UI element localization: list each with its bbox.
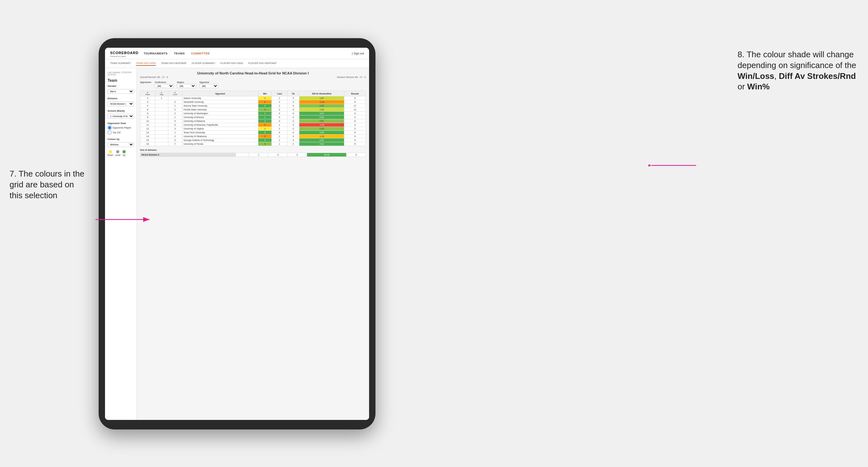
- cell-win: 3: [258, 119, 271, 123]
- school-select[interactable]: 1. University of Nort...: [107, 114, 134, 119]
- cell-diff: 9.00: [299, 116, 344, 119]
- radio-opponents-played[interactable]: Opponents Played: [107, 126, 134, 130]
- subnav-team-h2h-heatmap[interactable]: TEAM H2H HEATMAP: [161, 61, 187, 66]
- gender-select[interactable]: Men's: [107, 89, 134, 94]
- out-div-spacer: [236, 153, 249, 157]
- legend-dot-level: [116, 150, 119, 153]
- radio-top100[interactable]: Top 100: [107, 130, 134, 134]
- cell-tie: 0: [287, 100, 299, 104]
- opponents-filter-label: Opponents:: [140, 81, 151, 83]
- subnav-player-h2h-grid[interactable]: PLAYER H2H GRID: [220, 61, 243, 66]
- cell-rank: 14: [140, 134, 155, 138]
- cell-opponent: Auburn University: [182, 96, 258, 100]
- colour-by-select[interactable]: Win/loss: [107, 142, 134, 147]
- cell-rounds: 9: [344, 138, 366, 142]
- out-div-rounds: 3: [346, 153, 366, 157]
- out-div-loss: 0: [268, 153, 288, 157]
- legend-label-level: Level: [115, 154, 121, 156]
- school-label: School (Rank): [107, 110, 134, 112]
- cell-conf: [168, 96, 182, 100]
- cell-win: 0: [258, 100, 271, 104]
- opponent-select[interactable]: (All): [199, 84, 218, 88]
- cell-conf: 6: [168, 123, 182, 127]
- cell-rounds: 9: [344, 134, 366, 138]
- cell-conf: 1: [168, 104, 182, 108]
- tablet-screen: SCOREBOARD Powered by clippd TOURNAMENTS…: [105, 48, 369, 420]
- legend-row: Down Level Up: [107, 150, 134, 156]
- cell-loss: 0: [272, 131, 287, 134]
- cell-rank: 9: [140, 116, 155, 119]
- nav-teams[interactable]: TEAMS: [174, 52, 185, 55]
- cell-conf: 7: [168, 142, 182, 146]
- subnav-player-summary[interactable]: PLAYER SUMMARY: [192, 61, 215, 66]
- subnav-player-h2h-heatmap[interactable]: PLAYER H2H HEATMAP: [248, 61, 277, 66]
- table-row: 16 7 University of Florida 3 1 0 4.62 9: [140, 142, 366, 146]
- sign-out[interactable]: | Sign out: [352, 52, 364, 55]
- cell-loss: 1: [272, 96, 287, 100]
- nav-committee[interactable]: COMMITTEE: [191, 52, 210, 55]
- cell-rank: 12: [140, 127, 155, 131]
- table-row: 3 2 Vanderbilt University 0 4 0 -2.29 8: [140, 100, 366, 104]
- sidebar: Last Updated: 27/03/2024 16:55:38 Team G…: [105, 68, 137, 420]
- cell-rounds: 12: [344, 108, 366, 112]
- colour-by-section: Colour by Win/loss: [107, 138, 134, 147]
- filter-opponent: Opponent (All): [199, 81, 218, 88]
- logo-text: SCOREBOARD: [110, 51, 138, 55]
- cell-reg: [155, 108, 168, 112]
- cell-opponent: University of Oklahoma: [182, 134, 258, 138]
- cell-rounds: 9: [344, 96, 366, 100]
- col-rank: #Rank: [140, 91, 155, 96]
- cell-tie: 0: [287, 127, 299, 131]
- sidebar-division-section: Division NCAA Division I: [107, 97, 134, 106]
- subnav-team-summary[interactable]: TEAM SUMMARY: [110, 61, 131, 66]
- cell-reg: [155, 119, 168, 123]
- region-select[interactable]: (All): [177, 84, 196, 88]
- out-div-tie: 0: [288, 153, 307, 157]
- table-row: 11 6 University of Arkansas, Fayettevill…: [140, 123, 366, 127]
- cell-conf: 2: [168, 108, 182, 112]
- cell-diff: -1.00: [299, 134, 344, 138]
- cell-opponent: University of Alabama: [182, 119, 258, 123]
- h2h-grid-table: #Rank #Reg #Conf Opponent Win Loss Tie D…: [140, 91, 366, 146]
- table-row: 6 2 Florida State University 4 2 0 1.83 …: [140, 108, 366, 112]
- cell-reg: [155, 131, 168, 134]
- cell-rounds: 17: [344, 104, 366, 108]
- app-header: SCOREBOARD Powered by clippd TOURNAMENTS…: [105, 48, 369, 59]
- conference-select[interactable]: (All): [155, 84, 174, 88]
- cell-reg: [155, 116, 168, 119]
- nav-tournaments[interactable]: TOURNAMENTS: [144, 52, 167, 55]
- cell-opponent: Florida State University: [182, 108, 258, 112]
- cell-win: 2: [258, 96, 271, 100]
- cell-win: 3: [258, 142, 271, 146]
- division-select[interactable]: NCAA Division I: [107, 101, 134, 106]
- gender-label: Gender: [107, 85, 134, 88]
- cell-loss: 1: [272, 104, 287, 108]
- table-row: 2 1 Auburn University 2 1 0 1.67 9: [140, 96, 366, 100]
- cell-conf: 2: [168, 134, 182, 138]
- cell-loss: 0: [272, 119, 287, 123]
- out-division-label: Out of division: [140, 149, 366, 151]
- col-win: Win: [258, 91, 271, 96]
- cell-rank: 10: [140, 119, 155, 123]
- table-row: 10 5 University of Alabama 3 0 0 2.61 8: [140, 119, 366, 123]
- region-label: Region: [177, 81, 196, 83]
- cell-win: 0: [258, 134, 271, 138]
- cell-rounds: 8: [344, 119, 366, 123]
- col-tie: Tie: [287, 91, 299, 96]
- cell-reg: [155, 100, 168, 104]
- col-conf: #Conf: [168, 91, 182, 96]
- division-label: Division: [107, 97, 134, 100]
- opponent-filter-label: Opponent: [199, 81, 218, 83]
- cell-rank: 2: [140, 96, 155, 100]
- cell-conf: 3: [168, 127, 182, 131]
- legend-label-up: Up: [123, 154, 125, 156]
- cell-opponent: Texas Tech University: [182, 131, 258, 134]
- subnav-team-h2h-grid[interactable]: TEAM H2H GRID: [136, 61, 156, 66]
- cell-loss: 4: [272, 100, 287, 104]
- cell-opponent: Arizona State University: [182, 104, 258, 108]
- sidebar-school-section: School (Rank) 1. University of Nort...: [107, 110, 134, 119]
- cell-loss: 1: [272, 123, 287, 127]
- legend-dot-up: [123, 150, 126, 153]
- table-row: 8 2 University of Washington 1 0 0 3.67 …: [140, 112, 366, 116]
- cell-diff: 2.61: [299, 119, 344, 123]
